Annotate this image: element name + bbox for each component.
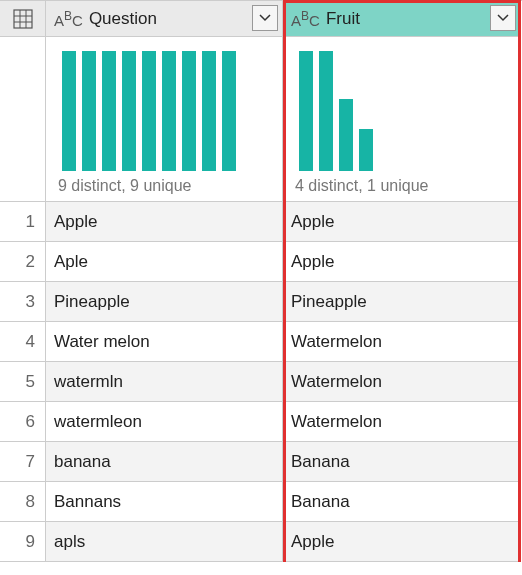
datatype-text-icon: ABC <box>54 9 83 29</box>
column-name: Question <box>89 9 157 29</box>
row-number[interactable]: 1 <box>0 202 46 242</box>
chevron-down-icon <box>497 12 509 24</box>
cell-question[interactable]: banana <box>46 442 283 482</box>
cell-question[interactable]: Bannans <box>46 482 283 522</box>
cell-question[interactable]: watermleon <box>46 402 283 442</box>
cell-fruit[interactable]: Apple <box>283 522 521 562</box>
cell-question[interactable]: watermln <box>46 362 283 402</box>
row-number[interactable]: 8 <box>0 482 46 522</box>
cell-question[interactable]: Apple <box>46 202 283 242</box>
distribution-bar <box>122 51 136 171</box>
distribution-bar <box>62 51 76 171</box>
distribution-bars <box>58 45 270 171</box>
row-number[interactable]: 2 <box>0 242 46 282</box>
select-all-corner[interactable] <box>0 1 46 37</box>
column-profile-fruit[interactable]: 4 distinct, 1 unique <box>283 37 521 202</box>
cell-fruit[interactable]: Banana <box>283 482 521 522</box>
distribution-bar <box>142 51 156 171</box>
cell-question[interactable]: Water melon <box>46 322 283 362</box>
cell-fruit[interactable]: Banana <box>283 442 521 482</box>
data-grid: ABC Question ABC Fruit 9 distinct, 9 uni… <box>0 0 522 562</box>
cell-fruit[interactable]: Watermelon <box>283 362 521 402</box>
row-number[interactable]: 6 <box>0 402 46 442</box>
row-number[interactable]: 9 <box>0 522 46 562</box>
row-number[interactable]: 7 <box>0 442 46 482</box>
column-filter-button[interactable] <box>490 5 516 31</box>
distinct-summary: 4 distinct, 1 unique <box>295 171 508 195</box>
distribution-bar <box>102 51 116 171</box>
column-profile-question[interactable]: 9 distinct, 9 unique <box>46 37 283 202</box>
datatype-text-icon: ABC <box>291 9 320 29</box>
cell-fruit[interactable]: Apple <box>283 202 521 242</box>
row-number[interactable]: 3 <box>0 282 46 322</box>
distribution-bar <box>182 51 196 171</box>
cell-fruit[interactable]: Pineapple <box>283 282 521 322</box>
distribution-bar <box>299 51 313 171</box>
cell-fruit[interactable]: Watermelon <box>283 402 521 442</box>
column-header-question[interactable]: ABC Question <box>46 1 283 37</box>
cell-fruit[interactable]: Watermelon <box>283 322 521 362</box>
chevron-down-icon <box>259 12 271 24</box>
table-icon <box>13 9 33 29</box>
column-header-fruit[interactable]: ABC Fruit <box>283 1 521 37</box>
distinct-summary: 9 distinct, 9 unique <box>58 171 270 195</box>
cell-question[interactable]: Pineapple <box>46 282 283 322</box>
cell-question[interactable]: apls <box>46 522 283 562</box>
distribution-bar <box>202 51 216 171</box>
distribution-bar <box>222 51 236 171</box>
distribution-bar <box>359 129 373 171</box>
distribution-bar <box>82 51 96 171</box>
row-number[interactable]: 4 <box>0 322 46 362</box>
column-filter-button[interactable] <box>252 5 278 31</box>
distribution-bars <box>295 45 508 171</box>
cell-fruit[interactable]: Apple <box>283 242 521 282</box>
svg-rect-0 <box>14 10 32 28</box>
cell-question[interactable]: Aple <box>46 242 283 282</box>
distribution-bar <box>339 99 353 171</box>
row-header-blank <box>0 37 46 202</box>
distribution-bar <box>319 51 333 171</box>
row-number[interactable]: 5 <box>0 362 46 402</box>
column-name: Fruit <box>326 9 360 29</box>
distribution-bar <box>162 51 176 171</box>
